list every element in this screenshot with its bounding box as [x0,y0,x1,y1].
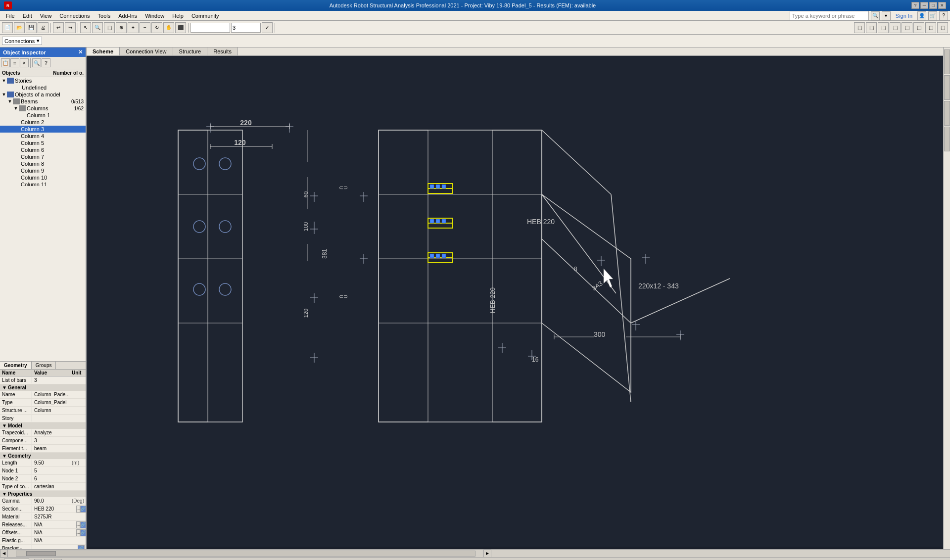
tab-results[interactable]: Results [207,47,238,55]
releases-link-btn[interactable]: 🔗 [80,521,86,528]
menu-file[interactable]: File [2,12,19,20]
zoom-out-btn[interactable]: − [140,22,150,33]
tree-col6[interactable]: Column 6 [0,146,86,153]
tree-stories[interactable]: ▼ Stories [0,77,86,84]
section-edit-btn[interactable]: ... [76,506,81,513]
redo-btn[interactable]: ↪ [65,22,76,33]
menu-tools[interactable]: Tools [94,12,115,20]
maximize-btn[interactable]: □ [929,2,937,9]
menu-help[interactable]: Help [168,12,188,20]
tree-col3[interactable]: Column 3 [0,126,86,133]
zoom-all-btn[interactable]: ⊕ [116,22,127,33]
offsets-link-btn[interactable]: 🔗 [80,529,86,536]
user-icon[interactable]: 👤 [917,11,926,20]
close-btn[interactable]: ✕ [938,2,946,9]
scroll-track[interactable] [16,551,475,557]
signin-link[interactable]: Sign In [893,13,915,19]
menu-view[interactable]: View [36,12,56,20]
tree-col2[interactable]: Column 2 [0,119,86,126]
view-btn5[interactable]: ⬚ [902,22,912,33]
right-btn3[interactable] [944,101,950,126]
connections-dropdown[interactable]: Connections ▾ [2,37,42,45]
tree-objects-model[interactable]: ▼ Objects of a model [0,91,86,98]
view-btn2[interactable]: ⬚ [866,22,877,33]
section-link-btn[interactable]: 🔗 [80,506,86,513]
menu-community[interactable]: Community [188,12,223,20]
tree-col1[interactable]: Column 1 [0,112,86,119]
search-input[interactable] [790,11,869,21]
props-col-value: Value [32,370,71,376]
releases-edit-btn[interactable]: ... [76,521,81,528]
search-button[interactable]: 🔍 [871,11,880,20]
combo1-input[interactable] [190,23,230,33]
print-btn[interactable]: 🖨 [38,22,48,33]
view-btn7[interactable]: ⬚ [925,22,936,33]
select-btn[interactable]: ↖ [80,22,91,33]
zoom-btn[interactable]: 🔍 [92,22,103,33]
scroll-thumb[interactable] [26,551,56,556]
offsets-edit-btn[interactable]: ... [76,529,81,536]
inspector-prop-btn[interactable]: 📋 [1,58,10,67]
pan-btn[interactable]: ✋ [163,22,174,33]
section-general[interactable]: ▼ General [0,384,86,391]
menu-connections[interactable]: Connections [55,12,94,20]
inspector-help-btn[interactable]: ? [42,58,50,67]
svg-rect-32 [442,254,446,258]
right-btn4[interactable] [944,127,950,151]
right-btn1[interactable] [944,49,950,74]
expand-props: ▼ [2,491,7,497]
inspector-filter-btn[interactable]: × [20,58,29,67]
tab-structure[interactable]: Structure [173,47,208,55]
tab-groups[interactable]: Groups [32,362,56,369]
view-btn3[interactable]: ⬚ [878,22,889,33]
beams-icon [13,98,20,104]
view-btn4[interactable]: ⬚ [890,22,901,33]
undo-btn[interactable]: ↩ [53,22,64,33]
inspector-list-btn[interactable]: ≡ [10,58,19,67]
window-title: Autodesk Robot Structural Analysis Profe… [14,2,911,8]
rotate-btn[interactable]: ↻ [151,22,162,33]
view-btn8[interactable]: ⬚ [937,22,948,33]
tree-col10[interactable]: Column 10 [0,174,86,181]
cart-icon[interactable]: 🛒 [928,11,937,20]
bracket1-link-btn[interactable]: 🔗 [78,545,85,550]
menu-addins[interactable]: Add-Ins [114,12,141,20]
tree-col8[interactable]: Column 8 [0,160,86,167]
tab-scheme[interactable]: Scheme [87,47,120,55]
tree-beams[interactable]: ▼ Beams 0/513 [0,98,86,105]
menu-window[interactable]: Window [141,12,168,20]
section-geometry[interactable]: ▼ Geometry [0,453,86,459]
tree-undefined[interactable]: Undefined [0,84,86,91]
tree-col5[interactable]: Column 5 [0,140,86,146]
tab-geometry[interactable]: Geometry [0,362,32,369]
zoom-in-btn[interactable]: + [128,22,139,33]
apply-btn[interactable]: ✓ [262,22,273,33]
section-model[interactable]: ▼ Model [0,422,86,429]
tab-connection-view[interactable]: Connection View [120,47,173,55]
menu-edit[interactable]: Edit [19,12,36,20]
wireframe-btn[interactable]: ⬛ [175,22,186,33]
help-icon[interactable]: ? [939,11,948,20]
view-btn6[interactable]: ⬚ [913,22,924,33]
scroll-right-btn[interactable]: ▶ [483,550,491,558]
prop-element-type: Element t... beam [0,445,86,453]
tree-columns[interactable]: ▼ Columns 1/62 [0,105,86,112]
open-btn[interactable]: 📂 [14,22,25,33]
tree-col4[interactable]: Column 4 [0,133,86,140]
help-btn[interactable]: ? [911,2,919,9]
zoom-win-btn[interactable]: ⬚ [104,22,115,33]
save-btn[interactable]: 💾 [26,22,37,33]
inspector-close-btn[interactable]: ✕ [78,49,83,55]
minimize-btn[interactable]: ─ [920,2,928,9]
tree-col11[interactable]: Column 11 [0,181,86,186]
view-btn1[interactable]: ⬚ [854,22,865,33]
combo2-input[interactable] [231,23,261,33]
right-btn2[interactable] [944,75,950,100]
new-btn[interactable]: 📄 [2,22,13,33]
search-options-button[interactable]: ▾ [882,11,891,20]
section-properties[interactable]: ▼ Properties [0,491,86,497]
inspector-search-btn[interactable]: 🔍 [32,58,41,67]
tree-col9[interactable]: Column 9 [0,167,86,174]
scroll-left-btn[interactable]: ◀ [0,550,8,558]
tree-col7[interactable]: Column 7 [0,153,86,160]
